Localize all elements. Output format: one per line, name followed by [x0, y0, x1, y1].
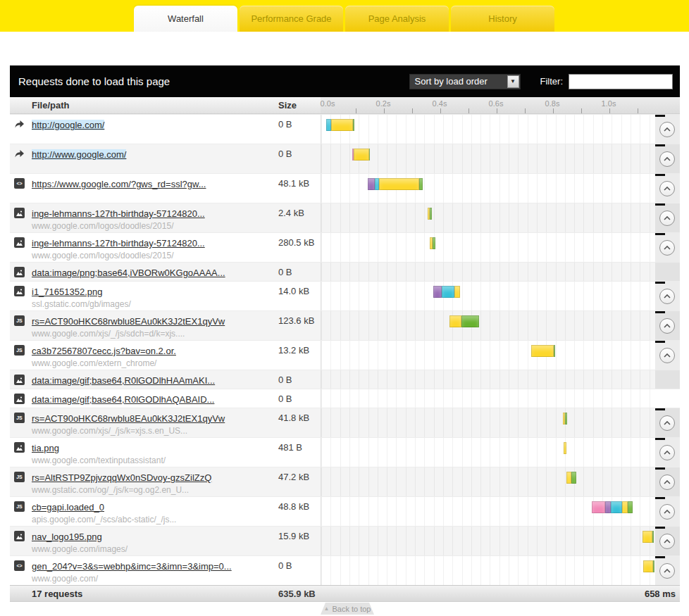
total-requests: 17 requests — [10, 589, 278, 599]
file-subtitle: apis.google.com/_/scs/abc-static/_/js... — [32, 515, 278, 524]
sort-select-value: Sort by load order — [410, 76, 507, 87]
file-link[interactable]: cb=gapi.loaded_0 — [32, 502, 104, 513]
timeline-cell — [321, 282, 655, 310]
collapse-row-button[interactable] — [659, 122, 675, 137]
collapse-row-button[interactable] — [659, 151, 675, 167]
row-tick-mark — [655, 556, 665, 558]
time-axis-label: 0.2s — [371, 99, 395, 108]
bar-segment-ssl — [605, 501, 611, 513]
waterfall-bar[interactable] — [643, 560, 654, 572]
bar-segment-wait — [331, 119, 353, 131]
column-header-filepath: File/path — [10, 97, 278, 113]
file-link[interactable]: ca3b72567807cecc.js?bav=on.2.or. — [32, 346, 176, 356]
size-value: 48.8 kB — [278, 497, 321, 526]
file-link[interactable]: http://google.com/ — [32, 120, 104, 130]
waterfall-bar[interactable] — [643, 531, 654, 543]
file-link[interactable]: data:image/gif;base64,R0lGODlhAQABAID... — [32, 394, 214, 405]
collapse-row-button[interactable] — [659, 210, 675, 226]
table-row: nav_logo195.pngwww.google.com/images/15.… — [10, 526, 680, 555]
total-size: 635.9 kB — [278, 589, 321, 599]
file-link[interactable]: data:image/gif;base64,R0lGODlhHAAmAKI... — [32, 375, 215, 386]
size-value: 47.2 kB — [278, 467, 321, 496]
collapse-row-button[interactable] — [659, 534, 675, 549]
collapse-row-button[interactable] — [659, 474, 675, 490]
row-tick-mark — [655, 438, 665, 440]
bar-segment-receive — [369, 149, 370, 161]
js-icon: JS — [14, 315, 25, 326]
table-row: data:image/png;base64,iVBORw0KGgoAAAA...… — [10, 262, 680, 281]
tab-page-analysis[interactable]: Page Analysis — [345, 6, 449, 32]
table-footer: 17 requests 635.9 kB 658 ms — [10, 585, 680, 602]
row-actions-cell — [655, 311, 680, 340]
waterfall-bar[interactable] — [592, 501, 633, 513]
bar-segment-wait — [531, 345, 554, 357]
collapse-row-button[interactable] — [659, 240, 675, 256]
file-link[interactable]: i1_71651352.png — [32, 287, 103, 297]
tab-history[interactable]: History — [451, 6, 554, 32]
file-link[interactable]: gen_204?v=3&s=webhp&imc=3&imn=3&imp=0... — [32, 561, 232, 572]
timeline-cell — [321, 467, 655, 496]
waterfall-bar[interactable] — [352, 149, 370, 161]
sort-select[interactable]: Sort by load order ▼ — [409, 74, 521, 89]
file-link[interactable]: inge-lehmanns-127th-birthday-57124820... — [32, 208, 205, 219]
bar-segment-wait — [354, 149, 369, 161]
back-to-top-button[interactable]: ▲ Back to top — [321, 603, 374, 615]
file-cell: JSrs=AltRSTP9ZpjvzqqWx0nSDvoy-gzsZilZzQw… — [10, 467, 278, 496]
waterfall-bar[interactable] — [566, 472, 576, 484]
bar-segment-wait — [564, 442, 566, 454]
waterfall-bar[interactable] — [428, 208, 432, 220]
table-row: http://www.google.com/0 B — [10, 144, 680, 173]
row-actions-cell — [655, 233, 680, 262]
waterfall-bar[interactable] — [368, 178, 423, 190]
collapse-row-button[interactable] — [659, 504, 675, 520]
filter-input[interactable] — [569, 74, 673, 89]
table-header: File/path Size 0.0s0.2s0.4s0.6s0.8s1.0s — [10, 97, 680, 114]
size-value: 2.4 kB — [278, 203, 321, 232]
size-value: 280.5 kB — [278, 233, 321, 262]
file-subtitle: www.google.com/images/ — [32, 544, 278, 554]
waterfall-bar[interactable] — [326, 119, 354, 131]
file-cell: data:image/gif;base64,R0lGODlhAQABAID... — [10, 389, 278, 408]
row-tick-mark — [655, 233, 665, 235]
file-link[interactable]: rs=AltRSTP9ZpjvzqqWx0nSDvoy-gzsZilZzQ — [32, 472, 211, 483]
collapse-row-button[interactable] — [659, 318, 675, 334]
file-link[interactable]: https://www.google.com/?gws_rd=ssl?gw... — [32, 179, 206, 189]
file-cell: inge-lehmanns-127th-birthday-57124820...… — [10, 233, 278, 262]
waterfall-bar[interactable] — [563, 413, 567, 425]
triangle-up-icon: ▲ — [324, 605, 330, 612]
table-row: data:image/gif;base64,R0lGODlhAQABAID...… — [10, 389, 680, 408]
collapse-row-button[interactable] — [659, 415, 675, 431]
time-axis-label: 0.8s — [540, 99, 564, 108]
table-row: JSca3b72567807cecc.js?bav=on.2.or.www.go… — [10, 340, 680, 370]
file-subtitle: ssl.gstatic.com/gb/images/ — [32, 299, 278, 309]
waterfall-bar[interactable] — [433, 286, 460, 298]
bar-segment-wait — [379, 178, 419, 190]
waterfall-bar[interactable] — [564, 442, 566, 454]
tab-waterfall[interactable]: Waterfall — [134, 6, 237, 32]
tab-performance-grade[interactable]: Performance Grade — [240, 6, 343, 32]
collapse-row-button[interactable] — [659, 563, 675, 579]
file-link[interactable]: rs=ACT90oHKC68rwblu8EAu0kK3J2tEX1qyVw — [32, 316, 225, 327]
collapse-row-button[interactable] — [659, 445, 675, 460]
file-subtitle: www.google.com/logos/doodles/2015/ — [32, 221, 278, 231]
file-link[interactable]: inge-lehmanns-127th-birthday-57124820... — [32, 238, 205, 249]
bar-segment-wait — [622, 501, 628, 513]
file-link[interactable]: http://www.google.com/ — [32, 149, 126, 160]
file-link[interactable]: rs=ACT90oHKC68rwblu8EAu0kK3J2tEX1qyVw — [32, 413, 225, 424]
waterfall-bar[interactable] — [531, 345, 555, 357]
collapse-row-button[interactable] — [659, 181, 675, 196]
collapse-row-button[interactable] — [659, 289, 675, 304]
row-tick-mark — [655, 311, 665, 313]
waterfall-bar[interactable] — [449, 315, 479, 327]
row-actions-cell — [655, 341, 680, 370]
file-link[interactable]: data:image/png;base64,iVBORw0KGgoAAAA... — [32, 268, 225, 278]
waterfall-bar[interactable] — [430, 237, 435, 249]
collapse-row-button[interactable] — [659, 348, 675, 363]
table-row: JSrs=ACT90oHKC68rwblu8EAu0kK3J2tEX1qyVww… — [10, 408, 680, 437]
row-tick-mark — [655, 497, 665, 499]
file-link[interactable]: nav_logo195.png — [32, 532, 102, 542]
timeline-cell — [321, 527, 655, 555]
file-link[interactable]: tia.png — [32, 443, 59, 453]
bar-segment-receive — [430, 208, 432, 220]
table-row: http://google.com/0 B — [10, 114, 680, 144]
